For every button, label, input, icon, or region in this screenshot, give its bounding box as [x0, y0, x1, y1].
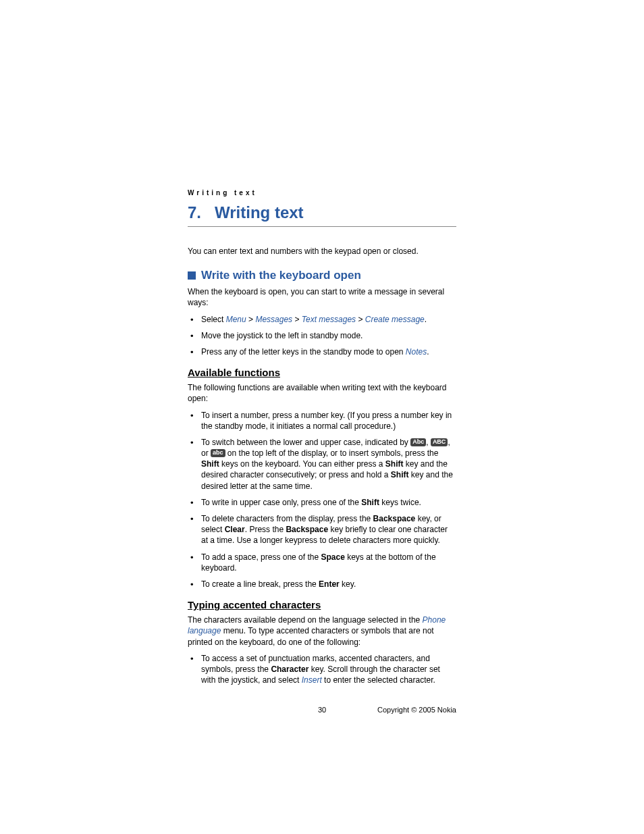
- title-rule: [188, 226, 456, 227]
- character-key-label: Character: [271, 664, 308, 674]
- notes-link[interactable]: Notes: [406, 347, 427, 357]
- backspace-key-label: Backspace: [286, 525, 328, 534]
- bullet-prefix: Press any of the letter keys in the stan…: [201, 347, 406, 357]
- section1-bullets: Select Menu > Messages > Text messages >…: [188, 314, 456, 358]
- shift-key-label: Shift: [385, 459, 404, 469]
- chapter-title-text: Writing text: [215, 203, 304, 221]
- list-item: To write in upper case only, press one o…: [188, 497, 456, 508]
- space-key-label: Space: [321, 552, 344, 562]
- chapter-title: 7. Writing text: [188, 203, 456, 222]
- section-bullet-icon: [188, 271, 196, 280]
- list-item: To insert a number, press a number key. …: [188, 410, 456, 432]
- subsection-available-functions: Available functions: [188, 367, 456, 378]
- section1-lead: When the keyboard is open, you can start…: [188, 286, 456, 308]
- shift-key-label: Shift: [391, 470, 409, 479]
- menu-link[interactable]: Menu: [226, 315, 246, 324]
- accented-bullets: To access a set of punctuation marks, ac…: [188, 653, 456, 686]
- messages-link[interactable]: Messages: [255, 315, 292, 324]
- list-item: Press any of the letter keys in the stan…: [188, 346, 456, 357]
- list-item: Move the joystick to the left in standby…: [188, 330, 456, 341]
- avail-lead: The following functions are available wh…: [188, 382, 456, 404]
- enter-key-label: Enter: [319, 579, 340, 589]
- list-item: To add a space, press one of the Space k…: [188, 552, 456, 573]
- copyright-notice: Copyright © 2005 Nokia: [377, 706, 456, 714]
- indicator-abc-lower-icon: abc: [211, 449, 225, 457]
- section-heading-text: Write with the keyboard open: [201, 269, 361, 282]
- list-item: To access a set of punctuation marks, ac…: [188, 653, 456, 686]
- running-header: Writing text: [188, 189, 456, 197]
- page-footer: 30 Copyright © 2005 Nokia: [188, 706, 456, 714]
- list-item: Select Menu > Messages > Text messages >…: [188, 314, 456, 325]
- shift-key-label: Shift: [201, 459, 219, 469]
- clear-label: Clear: [225, 525, 245, 534]
- backspace-key-label: Backspace: [373, 514, 416, 523]
- list-item: To delete characters from the display, p…: [188, 513, 456, 546]
- shift-key-label: Shift: [361, 498, 379, 507]
- list-item: To switch between the lower and upper ca…: [188, 437, 456, 492]
- insert-link[interactable]: Insert: [302, 675, 322, 685]
- intro-paragraph: You can enter text and numbers with the …: [188, 246, 456, 257]
- page-number: 30: [318, 706, 326, 714]
- document-page: Writing text 7. Writing text You can ent…: [0, 0, 644, 781]
- bullet-prefix: Select: [201, 315, 226, 324]
- subsection-accented-characters: Typing accented characters: [188, 599, 456, 610]
- chapter-number: 7.: [188, 203, 201, 221]
- create-message-link[interactable]: Create message: [365, 315, 425, 324]
- accented-lead: The characters available depend on the l…: [188, 615, 456, 648]
- indicator-abc-mixed-icon: Abc: [410, 438, 426, 446]
- avail-bullets: To insert a number, press a number key. …: [188, 410, 456, 590]
- indicator-abc-upper-icon: ABC: [431, 438, 448, 446]
- text-messages-link[interactable]: Text messages: [302, 315, 356, 324]
- list-item: To create a line break, press the Enter …: [188, 579, 456, 590]
- section-heading-keyboard-open: Write with the keyboard open: [188, 269, 456, 282]
